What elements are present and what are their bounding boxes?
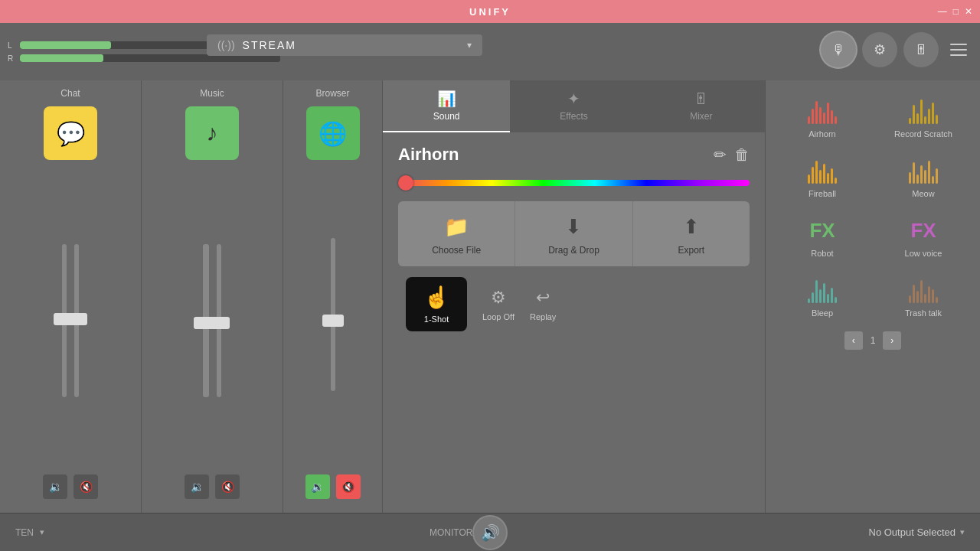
trash-talk-icon [904,275,942,305]
robot-label: Robot [811,249,833,258]
low-voice-icon: FX [904,215,942,246]
list-item[interactable]: FX Robot [773,207,871,264]
music-fader-track-2 [217,244,221,397]
one-shot-label: 1-Shot [424,315,449,324]
bleep-waveform [808,277,837,303]
one-shot-button[interactable]: ☝ 1-Shot [406,277,467,331]
chat-channel: Chat 💬 🔉 🔇 [0,80,142,513]
airhorn-waveform [808,98,837,124]
listen-chevron-icon: ▾ [40,527,44,537]
list-item[interactable]: Fireball [773,148,871,204]
menu-button[interactable] [945,36,972,64]
top-right-controls: 🎙 ⚙ 🎚 [821,32,972,67]
choose-file-button[interactable]: 📁 Choose File [398,201,515,266]
browser-channel-bottom: 🔉 🔇 [305,468,361,505]
edit-button[interactable]: ✏ [714,145,727,164]
browser-monitor-button[interactable]: 🔉 [305,474,330,499]
prev-page-button[interactable]: ‹ [844,331,863,350]
monitor-label: MONITOR [430,527,472,538]
folder-icon: 📁 [444,215,469,239]
eq-button[interactable]: ⚙ [862,32,897,67]
tab-effects[interactable]: ✦ Effects [510,80,637,132]
maximize-button[interactable]: □ [953,6,959,17]
color-slider-thumb[interactable] [398,175,413,191]
chat-icon: 💬 [57,120,85,147]
minimize-button[interactable]: — [938,6,947,17]
loop-off-button[interactable]: ⚙ Loop Off [482,288,514,321]
fireball-waveform [808,158,837,184]
browser-icon-button[interactable]: 🌐 [306,106,360,160]
music-channel-bottom: 🔉 🔇 [185,468,240,505]
music-icon: ♪ [207,120,218,146]
mixer-tab-label: Mixer [690,111,712,122]
chat-icon-button[interactable]: 💬 [44,106,97,160]
chat-channel-bottom: 🔉 🔇 [43,468,98,505]
eq-icon: ⚙ [874,41,886,58]
list-item[interactable]: Record Scratch [874,88,972,145]
no-output-label: No Output Selected [869,527,956,538]
list-item[interactable]: Trash talk [874,267,972,324]
tab-sound[interactable]: 📊 Sound [383,80,510,132]
close-button[interactable]: ✕ [965,6,972,17]
tab-mixer[interactable]: 🎚 Mixer [638,80,765,132]
menu-line-3 [950,54,967,56]
browser-fader-thumb[interactable] [322,315,344,327]
fireball-icon [803,155,841,186]
bleep-label: Bleep [812,308,833,318]
no-output-selector[interactable]: No Output Selected ▾ [869,527,965,538]
chat-fader-thumb-2[interactable] [66,313,87,325]
color-slider-track[interactable] [406,180,750,186]
titlebar: UNIFY — □ ✕ [0,0,980,23]
music-monitor-button[interactable]: 🔉 [185,474,209,499]
music-fader-thumb-2[interactable] [208,317,230,329]
music-mute-button[interactable]: 🔇 [215,474,240,499]
effects-tab-label: Effects [560,111,587,122]
center-play-button[interactable]: 🔊 [472,515,508,550]
stream-icon: ((·)) [217,39,235,51]
browser-mute-button[interactable]: 🔇 [336,474,361,499]
stream-selector[interactable]: ((·)) STREAM ▾ [207,34,482,56]
mix-button[interactable]: 🎚 [903,32,939,67]
no-output-chevron-icon: ▾ [960,527,965,537]
chat-fader-track-2 [74,244,79,397]
chat-mute-button[interactable]: 🔇 [74,474,98,499]
music-icon-button[interactable]: ♪ [185,106,239,160]
list-item[interactable]: Bleep [773,267,871,324]
one-shot-icon: ☝ [423,285,450,310]
delete-button[interactable]: 🗑 [734,145,750,164]
robot-icon: FX [803,215,841,246]
meow-icon [904,155,942,186]
page-number: 1 [871,335,876,346]
mic-icon: 🎙 [831,42,845,58]
record-scratch-waveform [909,98,938,124]
mic-button[interactable]: 🎙 [821,32,856,67]
meow-waveform [909,158,938,184]
meow-label: Meow [912,189,934,198]
pagination: ‹ 1 › [773,327,972,351]
mixer-tab-icon: 🎚 [694,90,709,108]
sound-title: Airhorn [398,145,703,165]
chat-monitor-button[interactable]: 🔉 [43,474,67,499]
tabs: 📊 Sound ✦ Effects 🎚 Mixer [383,80,765,132]
export-button[interactable]: ⬆ Export [633,201,750,266]
window-controls[interactable]: — □ ✕ [938,6,972,17]
low-voice-fx-text: FX [910,219,936,243]
browser-fader [331,160,335,468]
airhorn-icon [803,96,841,126]
next-page-button[interactable]: › [883,331,901,350]
choose-file-label: Choose File [432,245,481,256]
mix-icon: 🎚 [914,42,928,58]
replay-label: Replay [530,312,556,321]
list-item[interactable]: Airhorn [773,88,871,145]
replay-button[interactable]: ↩ Replay [530,288,556,321]
level-label-R: R [8,54,15,63]
drag-drop-label: Drag & Drop [548,245,599,256]
file-actions: 📁 Choose File ⬇ Drag & Drop ⬆ Export [398,201,750,266]
low-voice-label: Low voice [905,249,942,258]
list-item[interactable]: Meow [874,148,972,204]
list-item[interactable]: FX Low voice [874,207,972,264]
soundboard: 📊 Sound ✦ Effects 🎚 Mixer Airhorn ✏ 🗑 [383,80,766,513]
listen-label: TEN [15,527,34,538]
drag-drop-button[interactable]: ⬇ Drag & Drop [515,201,632,266]
color-slider[interactable] [398,175,750,191]
